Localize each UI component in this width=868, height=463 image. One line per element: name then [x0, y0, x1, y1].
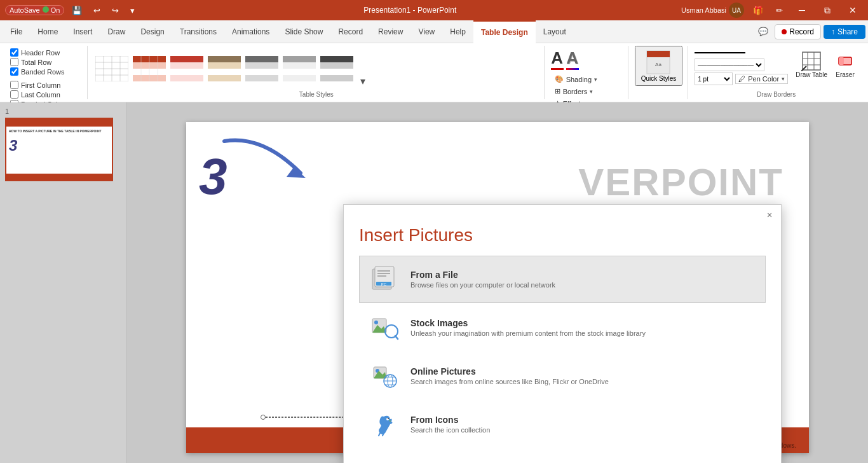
title-bar-left: AutoSave On 💾 ↩ ↪ ▾ — [5, 4, 139, 17]
tab-help[interactable]: Help — [442, 20, 473, 43]
close-button[interactable]: ✕ — [843, 0, 863, 20]
comments-toggle[interactable]: 💬 — [754, 25, 772, 38]
total-row-checkbox[interactable]: Total Row — [10, 58, 65, 66]
table-style-1[interactable] — [132, 54, 167, 83]
tab-insert[interactable]: Insert — [65, 20, 100, 43]
tab-slideshow[interactable]: Slide Show — [277, 20, 330, 43]
slide-arrow — [212, 128, 313, 213]
user-name: Usman Abbasi — [681, 6, 726, 14]
from-file-icon: PC — [370, 264, 400, 294]
autosave-toggle[interactable]: AutoSave On — [5, 5, 64, 15]
shading-button[interactable]: 🎨 Shading ▾ — [551, 74, 602, 85]
customize-qat-button[interactable]: ▾ — [126, 4, 139, 17]
first-column-checkbox[interactable]: First Column — [10, 81, 74, 89]
tab-animations[interactable]: Animations — [224, 20, 277, 43]
quick-styles-section-label — [635, 98, 683, 99]
table-style-0[interactable] — [94, 54, 130, 83]
table-styles-section: ▾ Table Styles — [89, 46, 545, 99]
dialog-option-stock-images[interactable]: Stock Images Unleash your imagination wi… — [359, 304, 766, 351]
comment-button[interactable]: ✏ — [772, 4, 787, 17]
quick-styles-button[interactable]: Aa Quick Styles — [635, 46, 683, 86]
stock-images-text: Stock Images Unleash your imagination wi… — [410, 318, 755, 337]
svg-rect-30 — [320, 56, 353, 62]
table-style-checkboxes: Header Row Total Row Banded Rows — [10, 48, 65, 76]
font-color-a2: A — [566, 48, 579, 70]
draw-table-button[interactable]: Draw Table — [793, 48, 830, 81]
svg-rect-27 — [283, 62, 316, 69]
draw-borders-section: ───────────── - - - - - - - · · · · · · … — [689, 46, 863, 99]
slide-thumb-title: HOW TO INSERT A PICTURE IN THE TABLE IN … — [9, 129, 109, 133]
from-icons-text: From Icons Search the icon collection — [410, 415, 755, 434]
slide-thumb-number: 3 — [9, 137, 109, 155]
svg-rect-15 — [170, 62, 203, 69]
tab-file[interactable]: File — [3, 20, 30, 43]
save-button[interactable]: 💾 — [68, 4, 86, 17]
main-area: 1 HOW TO INSERT A PICTURE IN THE TABLE I… — [0, 102, 868, 463]
pen-weight-select[interactable]: 1 pt 0.5 pt 2 pt 3 pt — [695, 73, 733, 85]
last-column-checkbox[interactable]: Last Column — [10, 90, 74, 99]
stock-images-title: Stock Images — [410, 318, 755, 328]
borders-button[interactable]: ⊞ Borders ▾ — [551, 86, 602, 97]
tab-draw[interactable]: Draw — [100, 20, 133, 43]
quick-styles-label: Quick Styles — [641, 75, 677, 82]
table-style-5[interactable] — [281, 54, 317, 83]
svg-point-67 — [388, 418, 389, 419]
tab-design[interactable]: Design — [133, 20, 172, 43]
from-file-text: From a File Browse files on your compute… — [410, 270, 755, 289]
dialog-close-button[interactable]: × — [763, 209, 776, 221]
tab-home[interactable]: Home — [30, 20, 65, 43]
pen-color-button[interactable]: 🖊 Pen Color ▾ — [735, 74, 788, 84]
tab-review[interactable]: Review — [370, 20, 410, 43]
svg-rect-20 — [208, 69, 241, 75]
background-text: VERPOINT — [578, 160, 783, 204]
header-row-checkbox[interactable]: Header Row — [10, 48, 65, 57]
online-pictures-desc: Search images from online sources like B… — [410, 378, 755, 385]
tab-view[interactable]: View — [410, 20, 442, 43]
autosave-state: On — [43, 6, 60, 14]
tab-record[interactable]: Record — [330, 20, 370, 43]
svg-rect-16 — [170, 69, 203, 75]
table-styles-grid: ▾ — [94, 48, 369, 88]
minimize-button[interactable]: ─ — [792, 0, 812, 20]
svg-rect-26 — [283, 56, 316, 62]
app-title: Presentation1 - PowerPoint — [363, 6, 456, 15]
table-style-4[interactable] — [244, 54, 280, 83]
svg-rect-14 — [170, 56, 203, 62]
share-button[interactable]: ↑ Share — [824, 25, 865, 39]
banded-rows-checkbox[interactable]: Banded Rows — [10, 67, 65, 76]
slide-thumbnail[interactable]: HOW TO INSERT A PICTURE IN THE TABLE IN … — [5, 118, 113, 181]
slide-thumb-header — [6, 119, 112, 127]
table-styles-label: Table Styles — [94, 91, 539, 99]
tab-transitions[interactable]: Transitions — [172, 20, 224, 43]
user-avatar[interactable]: UA — [729, 3, 744, 18]
table-styles-more-button[interactable]: ▾ — [356, 48, 369, 88]
dialog-option-from-icons[interactable]: From Icons Search the icon collection — [359, 401, 766, 448]
dialog-option-from-file[interactable]: PC From a File Browse files on your comp… — [359, 256, 766, 303]
tab-layout[interactable]: Layout — [536, 20, 574, 43]
table-style-3[interactable] — [207, 54, 242, 83]
ribbon-tabs: File Home Insert Draw Design Transitions… — [0, 20, 868, 43]
table-style-6[interactable] — [319, 54, 355, 83]
insert-pictures-dialog: × Insert Pictures PC — [343, 204, 782, 463]
handle-left[interactable] — [261, 415, 266, 420]
svg-rect-23 — [245, 62, 278, 69]
svg-rect-19 — [208, 62, 241, 69]
slide-canvas-area: 3 VERPOINT Activate Windows Go to Settin… — [127, 102, 868, 463]
svg-line-57 — [395, 336, 398, 339]
redo-button[interactable]: ↪ — [108, 4, 123, 17]
record-button[interactable]: Record — [775, 24, 821, 39]
undo-button[interactable]: ↩ — [90, 4, 104, 17]
dialog-option-online-pictures[interactable]: Online Pictures Search images from onlin… — [359, 352, 766, 399]
eraser-button[interactable]: Eraser — [832, 48, 858, 81]
stock-images-icon — [370, 312, 400, 343]
restore-button[interactable]: ⧉ — [817, 0, 837, 20]
tab-table-design[interactable]: Table Design — [473, 20, 536, 43]
pen-color-icon: 🖊 — [738, 75, 745, 83]
from-icons-icon — [370, 409, 400, 439]
table-style-2[interactable] — [169, 54, 205, 83]
ribbon-icon-button[interactable]: 🎁 — [749, 4, 767, 17]
draw-borders-label: Draw Borders — [695, 91, 858, 99]
online-pictures-title: Online Pictures — [410, 366, 755, 377]
pen-style-select[interactable]: ───────────── - - - - - - - · · · · · · … — [695, 59, 764, 71]
pen-weight-row: 1 pt 0.5 pt 2 pt 3 pt 🖊 Pen Color ▾ — [695, 73, 788, 85]
